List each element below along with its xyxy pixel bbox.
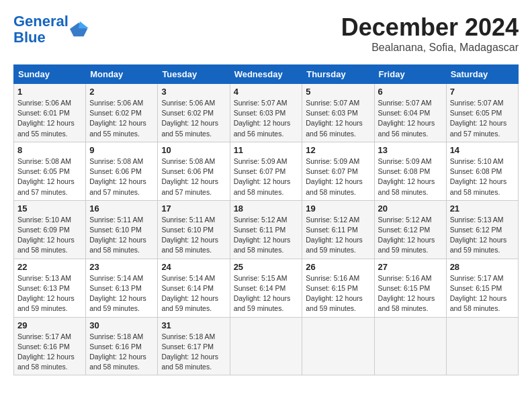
day-detail: Sunrise: 5:18 AMSunset: 6:16 PMDaylight:… xyxy=(89,332,146,371)
calendar-week-1: 1Sunrise: 5:06 AMSunset: 6:01 PMDaylight… xyxy=(14,84,519,142)
day-detail: Sunrise: 5:07 AMSunset: 6:05 PMDaylight:… xyxy=(450,99,507,138)
day-detail: Sunrise: 5:14 AMSunset: 6:14 PMDaylight:… xyxy=(161,274,218,313)
day-number: 28 xyxy=(450,262,515,272)
calendar-week-2: 8Sunrise: 5:08 AMSunset: 6:05 PMDaylight… xyxy=(14,142,519,200)
calendar-header-row: SundayMondayTuesdayWednesdayThursdayFrid… xyxy=(14,65,519,84)
calendar-cell: 27Sunrise: 5:16 AMSunset: 6:15 PMDayligh… xyxy=(374,259,446,317)
calendar-cell: 4Sunrise: 5:07 AMSunset: 6:03 PMDaylight… xyxy=(230,84,302,142)
day-number: 3 xyxy=(161,87,226,97)
calendar-cell: 8Sunrise: 5:08 AMSunset: 6:05 PMDaylight… xyxy=(14,142,86,200)
day-detail: Sunrise: 5:11 AMSunset: 6:10 PMDaylight:… xyxy=(161,216,218,255)
day-number: 5 xyxy=(306,87,370,97)
calendar-cell xyxy=(374,317,446,375)
day-number: 24 xyxy=(161,262,226,272)
day-detail: Sunrise: 5:06 AMSunset: 6:01 PMDaylight:… xyxy=(17,99,75,138)
day-detail: Sunrise: 5:07 AMSunset: 6:03 PMDaylight:… xyxy=(306,99,363,138)
calendar-week-5: 29Sunrise: 5:17 AMSunset: 6:16 PMDayligh… xyxy=(14,317,519,375)
day-number: 19 xyxy=(306,203,370,214)
calendar-cell: 31Sunrise: 5:18 AMSunset: 6:17 PMDayligh… xyxy=(158,317,230,375)
calendar-table: SundayMondayTuesdayWednesdayThursdayFrid… xyxy=(13,64,519,375)
day-number: 11 xyxy=(234,145,299,155)
page-header: GeneralBlue December 2024 Bealanana, Sof… xyxy=(13,13,519,54)
day-detail: Sunrise: 5:13 AMSunset: 6:12 PMDaylight:… xyxy=(450,216,507,255)
day-detail: Sunrise: 5:17 AMSunset: 6:15 PMDaylight:… xyxy=(450,274,507,313)
calendar-cell: 26Sunrise: 5:16 AMSunset: 6:15 PMDayligh… xyxy=(302,259,374,317)
day-detail: Sunrise: 5:08 AMSunset: 6:06 PMDaylight:… xyxy=(161,157,218,196)
weekday-header-thursday: Thursday xyxy=(302,65,374,84)
day-detail: Sunrise: 5:15 AMSunset: 6:14 PMDaylight:… xyxy=(234,274,291,313)
svg-marker-1 xyxy=(79,21,89,28)
day-number: 21 xyxy=(450,203,515,214)
calendar-cell: 20Sunrise: 5:12 AMSunset: 6:12 PMDayligh… xyxy=(374,200,446,259)
day-detail: Sunrise: 5:09 AMSunset: 6:08 PMDaylight:… xyxy=(378,157,435,196)
day-detail: Sunrise: 5:06 AMSunset: 6:02 PMDaylight:… xyxy=(89,99,146,138)
day-number: 31 xyxy=(161,320,226,330)
calendar-cell: 21Sunrise: 5:13 AMSunset: 6:12 PMDayligh… xyxy=(446,200,518,259)
calendar-cell: 29Sunrise: 5:17 AMSunset: 6:16 PMDayligh… xyxy=(14,317,86,375)
calendar-cell: 30Sunrise: 5:18 AMSunset: 6:16 PMDayligh… xyxy=(86,317,158,375)
calendar-week-3: 15Sunrise: 5:10 AMSunset: 6:09 PMDayligh… xyxy=(14,200,519,259)
day-detail: Sunrise: 5:17 AMSunset: 6:16 PMDaylight:… xyxy=(17,332,75,371)
logo-text: GeneralBlue xyxy=(13,13,69,46)
title-block: December 2024 Bealanana, Sofia, Madagasc… xyxy=(341,13,519,54)
calendar-cell: 23Sunrise: 5:14 AMSunset: 6:13 PMDayligh… xyxy=(86,259,158,317)
calendar-cell: 19Sunrise: 5:12 AMSunset: 6:11 PMDayligh… xyxy=(302,200,374,259)
svg-marker-0 xyxy=(70,23,87,37)
day-number: 20 xyxy=(378,203,443,214)
calendar-cell: 16Sunrise: 5:11 AMSunset: 6:10 PMDayligh… xyxy=(86,200,158,259)
day-number: 4 xyxy=(234,87,299,97)
weekday-header-wednesday: Wednesday xyxy=(230,65,302,84)
day-detail: Sunrise: 5:09 AMSunset: 6:07 PMDaylight:… xyxy=(306,157,363,196)
day-number: 7 xyxy=(450,87,515,97)
calendar-cell: 12Sunrise: 5:09 AMSunset: 6:07 PMDayligh… xyxy=(302,142,374,200)
calendar-cell: 15Sunrise: 5:10 AMSunset: 6:09 PMDayligh… xyxy=(14,200,86,259)
day-detail: Sunrise: 5:10 AMSunset: 6:08 PMDaylight:… xyxy=(450,157,507,196)
calendar-cell: 28Sunrise: 5:17 AMSunset: 6:15 PMDayligh… xyxy=(446,259,518,317)
day-detail: Sunrise: 5:12 AMSunset: 6:11 PMDaylight:… xyxy=(306,216,363,255)
day-number: 13 xyxy=(378,145,443,155)
calendar-cell: 24Sunrise: 5:14 AMSunset: 6:14 PMDayligh… xyxy=(158,259,230,317)
calendar-cell: 10Sunrise: 5:08 AMSunset: 6:06 PMDayligh… xyxy=(158,142,230,200)
weekday-header-sunday: Sunday xyxy=(14,65,86,84)
calendar-cell xyxy=(446,317,518,375)
weekday-header-tuesday: Tuesday xyxy=(158,65,230,84)
calendar-cell: 22Sunrise: 5:13 AMSunset: 6:13 PMDayligh… xyxy=(14,259,86,317)
day-detail: Sunrise: 5:16 AMSunset: 6:15 PMDaylight:… xyxy=(306,274,363,313)
calendar-week-4: 22Sunrise: 5:13 AMSunset: 6:13 PMDayligh… xyxy=(14,259,519,317)
day-detail: Sunrise: 5:11 AMSunset: 6:10 PMDaylight:… xyxy=(89,216,146,255)
day-number: 12 xyxy=(306,145,370,155)
day-number: 8 xyxy=(17,145,82,155)
calendar-cell: 11Sunrise: 5:09 AMSunset: 6:07 PMDayligh… xyxy=(230,142,302,200)
calendar-cell: 25Sunrise: 5:15 AMSunset: 6:14 PMDayligh… xyxy=(230,259,302,317)
day-detail: Sunrise: 5:12 AMSunset: 6:11 PMDaylight:… xyxy=(234,216,291,255)
logo: GeneralBlue xyxy=(13,13,89,46)
day-number: 25 xyxy=(234,262,299,272)
calendar-cell: 9Sunrise: 5:08 AMSunset: 6:06 PMDaylight… xyxy=(86,142,158,200)
day-detail: Sunrise: 5:09 AMSunset: 6:07 PMDaylight:… xyxy=(234,157,291,196)
logo-icon xyxy=(70,20,89,39)
calendar-cell: 2Sunrise: 5:06 AMSunset: 6:02 PMDaylight… xyxy=(86,84,158,142)
day-number: 27 xyxy=(378,262,443,272)
day-number: 18 xyxy=(234,203,299,214)
location: Bealanana, Sofia, Madagascar xyxy=(341,42,519,54)
day-number: 6 xyxy=(378,87,443,97)
day-number: 29 xyxy=(17,320,82,330)
calendar-cell: 6Sunrise: 5:07 AMSunset: 6:04 PMDaylight… xyxy=(374,84,446,142)
calendar-body: 1Sunrise: 5:06 AMSunset: 6:01 PMDaylight… xyxy=(14,84,519,375)
month-title: December 2024 xyxy=(341,13,519,42)
calendar-cell: 13Sunrise: 5:09 AMSunset: 6:08 PMDayligh… xyxy=(374,142,446,200)
day-number: 14 xyxy=(450,145,515,155)
calendar-cell: 14Sunrise: 5:10 AMSunset: 6:08 PMDayligh… xyxy=(446,142,518,200)
calendar-cell xyxy=(302,317,374,375)
day-number: 15 xyxy=(17,203,82,214)
calendar-cell: 18Sunrise: 5:12 AMSunset: 6:11 PMDayligh… xyxy=(230,200,302,259)
calendar-cell xyxy=(230,317,302,375)
day-detail: Sunrise: 5:07 AMSunset: 6:04 PMDaylight:… xyxy=(378,99,435,138)
day-detail: Sunrise: 5:13 AMSunset: 6:13 PMDaylight:… xyxy=(17,274,75,313)
day-detail: Sunrise: 5:07 AMSunset: 6:03 PMDaylight:… xyxy=(234,99,291,138)
weekday-header-monday: Monday xyxy=(86,65,158,84)
day-number: 10 xyxy=(161,145,226,155)
day-number: 23 xyxy=(89,262,154,272)
day-number: 17 xyxy=(161,203,226,214)
day-number: 16 xyxy=(89,203,154,214)
